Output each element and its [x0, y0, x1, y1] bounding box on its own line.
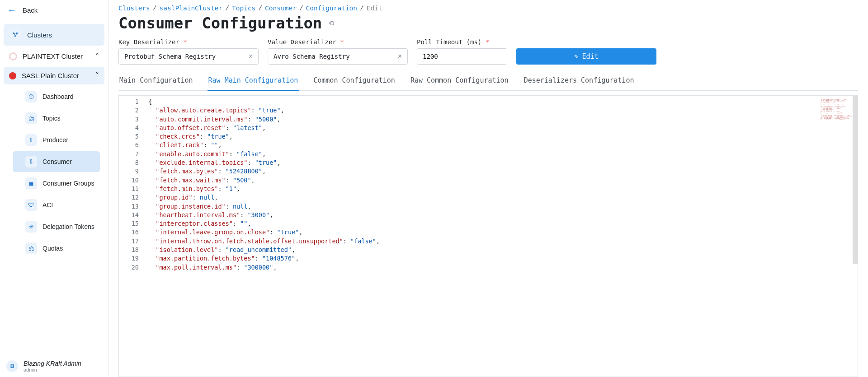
sidebar-item-label: Consumer [42, 158, 94, 165]
tab-common-configuration[interactable]: Common Configuration [312, 72, 396, 91]
breadcrumb: Clusters/saslPlainCluster/Topics/Consume… [118, 5, 858, 12]
svg-point-2 [15, 36, 16, 37]
dashboard-icon: ⏱ [25, 91, 37, 102]
back-button[interactable]: ← Back [0, 0, 108, 20]
sidebar-item-producer[interactable]: ⇪Producer [13, 130, 100, 150]
sidebar-item-quotas[interactable]: ⚖Quotas [13, 238, 100, 259]
poll-timeout-field: Poll Timeout (ms) * ˄ ˅ [417, 38, 507, 65]
sidebar-item-label: Topics [42, 115, 94, 122]
sidebar-root-label: Clusters [27, 31, 52, 39]
pencil-icon: ✎ [574, 52, 578, 61]
line-gutter: 1234567891011121314151617181920 [119, 96, 144, 377]
sidebar-footer: B Blazing KRaft Admin admin [0, 355, 108, 377]
producer-icon: ⇪ [25, 134, 37, 146]
sidebar-cluster[interactable]: SASL Plain Cluster˅ [4, 67, 104, 84]
code-editor[interactable]: 1234567891011121314151617181920 { "allow… [118, 95, 858, 377]
key-deserializer-label: Key Deserializer * [118, 38, 259, 46]
key-deserializer-select[interactable]: Protobuf Schema Registry × [118, 48, 259, 65]
code-content[interactable]: { "allow.auto.create.topics": "true", "a… [144, 96, 858, 377]
breadcrumb-link[interactable]: Topics [232, 5, 255, 12]
chevron-up-icon: ˄ [95, 52, 99, 61]
value-deserializer-select[interactable]: Avro Schema Registry × [268, 48, 408, 65]
chevron-down-icon: ˅ [95, 71, 99, 80]
page-title: Consumer Configuration [118, 14, 322, 32]
tab-main-configuration[interactable]: Main Configuration [118, 72, 194, 91]
topics-icon: 🗂 [25, 112, 37, 124]
sidebar-cluster-label: PLAINTEXT Cluster [23, 52, 90, 60]
breadcrumb-link[interactable]: Consumer [265, 5, 297, 12]
delegation-tokens-icon: ✳ [25, 221, 37, 233]
breadcrumb-link[interactable]: Clusters [118, 5, 150, 12]
sidebar-item-label: ACL [42, 201, 94, 209]
footer-user-name: Blazing KRaft Admin [24, 360, 81, 367]
sidebar-item-label: Consumer Groups [42, 180, 94, 187]
sidebar-item-label: Delegation Tokens [42, 223, 94, 230]
minimap[interactable]: { "allow.auto.create.topics": "true" "au… [820, 98, 852, 125]
breadcrumb-separator: / [153, 5, 157, 12]
sidebar: ← Back Clusters PLAINTEXT Cluster˄SASL P… [0, 0, 108, 377]
config-tabs: Main ConfigurationRaw Main Configuration… [118, 72, 858, 91]
sidebar-item-acl[interactable]: 🛡ACL [13, 195, 100, 215]
key-deserializer-value: Protobuf Schema Registry [124, 53, 247, 60]
value-deserializer-label: Value Deserializer * [268, 38, 408, 46]
sidebar-cluster-label: SASL Plain Cluster [22, 72, 90, 79]
poll-timeout-input-wrap: ˄ ˅ [417, 48, 507, 65]
poll-timeout-input[interactable] [417, 49, 507, 64]
sidebar-item-consumer-groups[interactable]: ≣Consumer Groups [13, 173, 100, 194]
breadcrumb-separator: / [258, 5, 262, 12]
quotas-icon: ⚖ [25, 242, 37, 254]
breadcrumb-link[interactable]: Configuration [306, 5, 358, 12]
status-dot-icon [9, 52, 17, 61]
tab-deserializers-configuration[interactable]: Deserializers Configuration [523, 72, 635, 91]
main-content: Clusters/saslPlainCluster/Topics/Consume… [108, 0, 868, 377]
breadcrumb-link[interactable]: saslPlainCluster [160, 5, 223, 12]
consumer-groups-icon: ≣ [25, 177, 37, 189]
status-dot-icon [9, 72, 16, 79]
tab-raw-main-configuration[interactable]: Raw Main Configuration [208, 72, 299, 91]
sidebar-item-label: Producer [42, 136, 94, 144]
sidebar-item-label: Quotas [42, 245, 94, 252]
poll-timeout-label: Poll Timeout (ms) * [417, 38, 507, 46]
config-form-row: Key Deserializer * Protobuf Schema Regis… [118, 38, 858, 65]
back-arrow-icon: ← [7, 5, 16, 14]
sidebar-item-consumer[interactable]: ⇩Consumer [13, 151, 100, 172]
sidebar-item-topics[interactable]: 🗂Topics [13, 108, 100, 129]
scrollbar[interactable] [853, 96, 858, 264]
acl-icon: 🛡 [25, 199, 37, 211]
breadcrumb-current: Edit [367, 5, 382, 12]
edit-button[interactable]: ✎ Edit [516, 48, 656, 65]
breadcrumb-separator: / [360, 5, 364, 12]
sidebar-root-clusters[interactable]: Clusters [4, 24, 104, 46]
value-deserializer-value: Avro Schema Registry [274, 53, 396, 60]
sidebar-item-dashboard[interactable]: ⏱Dashboard [13, 86, 100, 107]
avatar[interactable]: B [6, 360, 18, 372]
sidebar-cluster[interactable]: PLAINTEXT Cluster˄ [4, 47, 104, 65]
edit-button-label: Edit [582, 52, 598, 61]
back-label: Back [23, 6, 38, 14]
sidebar-nav: Clusters PLAINTEXT Cluster˄SASL Plain Cl… [0, 20, 108, 355]
breadcrumb-separator: / [299, 5, 303, 12]
sidebar-item-label: Dashboard [42, 93, 94, 100]
key-deserializer-field: Key Deserializer * Protobuf Schema Regis… [118, 38, 259, 65]
consumer-icon: ⇩ [25, 156, 37, 168]
breadcrumb-separator: / [225, 5, 229, 12]
refresh-icon[interactable]: ⟲ [328, 19, 334, 28]
tab-raw-common-configuration[interactable]: Raw Common Configuration [410, 72, 509, 91]
clear-icon[interactable]: × [396, 52, 404, 61]
footer-user-role: admin [24, 367, 81, 372]
sidebar-item-delegation-tokens[interactable]: ✳Delegation Tokens [13, 216, 100, 237]
clusters-icon [9, 28, 22, 41]
clear-icon[interactable]: × [247, 52, 255, 61]
value-deserializer-field: Value Deserializer * Avro Schema Registr… [268, 38, 408, 65]
page-title-row: Consumer Configuration ⟲ [118, 14, 858, 32]
